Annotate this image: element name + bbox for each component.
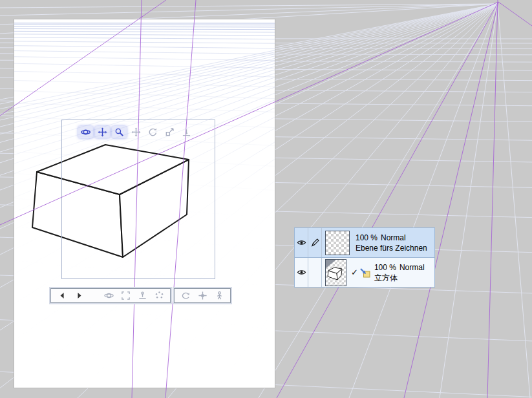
object-launcher-toolbar [78,126,194,138]
eye-icon [297,238,306,247]
previous-button[interactable] [54,289,70,302]
layer-opacity: 100 % [374,263,396,272]
camera-orbit-button[interactable] [100,289,117,302]
pose-icon [215,291,224,300]
object-rotate-button[interactable] [145,126,160,138]
pose-button[interactable] [211,289,228,302]
layer-row-cube[interactable]: ✓ 100 %Normal 立方体 [294,257,435,288]
layer-opacity: 100 % [356,233,378,242]
camera-rotate-button[interactable] [78,126,93,138]
previous-icon [58,291,67,300]
cube-thumbnail-icon [326,260,347,287]
camera-zoom-button[interactable] [112,126,127,138]
layer-thumbnail[interactable] [325,231,350,255]
layer-check-mark: ✓ [351,267,358,277]
layer-visibility-cell[interactable] [295,258,308,287]
layer-blend-mode: Normal [399,263,425,272]
eye-icon [297,267,306,277]
camera-level-icon [138,291,147,300]
object-ground-icon [182,127,191,137]
pan-model-button[interactable] [194,289,211,302]
3d-workspace: 100 %Normal Ebene fürs Zeichnen [0,0,532,398]
camera-toolbar [50,288,231,303]
reset-view-button[interactable] [151,289,167,302]
object-scale-button[interactable] [162,126,177,138]
pan-model-icon [198,291,207,300]
next-button[interactable] [70,289,87,302]
object-move-button[interactable] [129,126,144,138]
camera-orbit-icon [104,291,114,300]
layer-name: Ebene fürs Zeichnen [356,243,427,253]
layer-visibility-cell[interactable] [295,228,308,257]
camera-level-button[interactable] [134,289,151,302]
layer-row-drawing[interactable]: 100 %Normal Ebene fürs Zeichnen [294,227,435,258]
layer-palette: 100 %Normal Ebene fürs Zeichnen [294,227,435,288]
layer-blend-mode: Normal [381,233,406,242]
rotate-model-icon [181,291,191,300]
camera-pan-icon [98,127,107,137]
layer-info: 100 %Normal Ebene fürs Zeichnen [356,233,427,253]
object-ground-button[interactable] [179,126,194,138]
fit-view-icon [121,291,131,300]
layer-thumbnail-cube[interactable] [325,259,346,286]
layer-info: 100 %Normal 立方体 [374,262,425,283]
next-icon [74,291,84,300]
layer-edit-cell [308,258,322,287]
camera-toolbar-group-2 [174,288,231,303]
reset-dots-icon [154,291,164,300]
camera-pan-button[interactable] [95,126,110,138]
object-scale-icon [165,127,175,137]
camera-rotate-icon [81,127,90,137]
object-move-icon [131,127,141,137]
rotate-model-button[interactable] [177,289,194,302]
fit-view-button[interactable] [117,289,134,302]
pen-icon [310,238,320,247]
camera-zoom-icon [114,127,124,137]
3d-layer-badge-icon [359,267,370,278]
layer-edit-cell[interactable] [308,228,322,257]
camera-toolbar-group-1 [50,288,171,303]
layer-name: 立方体 [374,273,425,283]
object-rotate-icon [148,127,158,137]
canvas-page[interactable] [14,19,275,388]
selection-bounding-box[interactable] [61,120,215,279]
